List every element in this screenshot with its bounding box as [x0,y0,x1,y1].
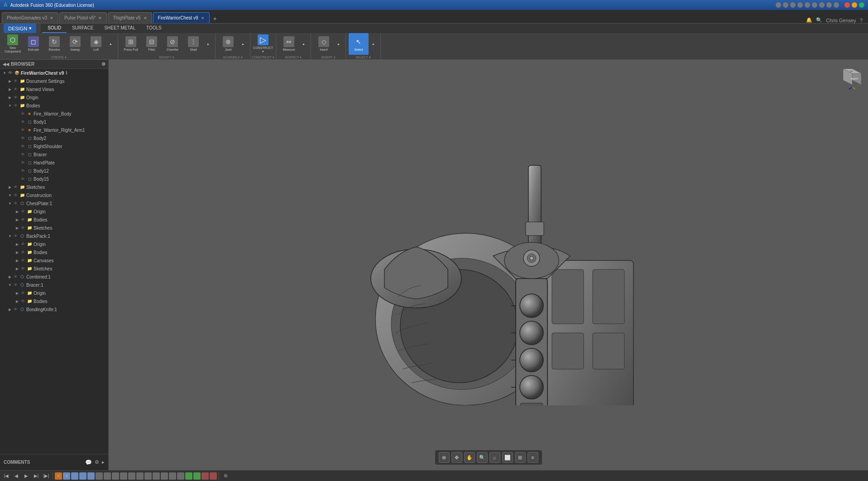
display-button[interactable]: ⬜ [502,452,513,463]
arrow-cp-sketches[interactable] [14,225,20,231]
dot-extra1[interactable] [776,2,781,8]
tree-item-construction[interactable]: 👁 📁 Construction [0,191,108,199]
timeline-item-1[interactable]: ■ [55,472,62,480]
new-component-button[interactable]: ⬡ New Component [3,33,23,55]
arrow-cp-bodies[interactable] [14,217,20,222]
timeline-next-button[interactable]: ▶| [32,471,41,481]
arrow-bp-sketches[interactable] [14,266,20,271]
tab-close-icon[interactable]: ✕ [144,16,147,20]
timeline-item-3[interactable] [71,472,78,480]
construct-button[interactable]: ▷ CONSTRUCT ▾ [253,33,273,55]
tree-item-fire-warrior-body[interactable]: 👁 ■ Fire_Warrior_Body [0,110,108,118]
maximize-button[interactable] [859,2,864,8]
viewport-orientation-cube[interactable]: RIGHT TOP [836,64,863,91]
eye-bracer-bodies[interactable]: 👁 [20,298,25,304]
browser-collapse-icon[interactable]: ◀◀ [3,62,9,67]
tab-pulse-pistol[interactable]: Pulse Pistol v5* ✕ [59,12,107,23]
more-view-button[interactable]: ≡ [528,452,538,463]
eye-construction[interactable]: 👁 [13,192,18,198]
eye-body12[interactable]: 👁 [20,168,25,173]
tree-item-combined[interactable]: 👁 ⬡ Combined:1 [0,273,108,281]
design-mode-button[interactable]: DESIGN ▾ [4,24,36,33]
eye-bracer-comp[interactable]: 👁 [13,282,18,288]
tree-item-bracer-bodies[interactable]: 👁 📁 Bodies [0,297,108,305]
dot-extra7[interactable] [819,2,825,8]
dot-extra2[interactable] [783,2,788,8]
fillet-button[interactable]: ⊟ Fillet [142,33,162,55]
tree-item-named-views[interactable]: 👁 📁 Named Views [0,85,108,93]
toolbar-tab-sheet-metal[interactable]: SHEET METAL [99,24,141,33]
eye-cp-origin[interactable]: 👁 [20,209,25,214]
add-tab-button[interactable]: + [211,14,220,23]
more-assemble-button[interactable]: ▸ [239,33,247,55]
tree-item-body1[interactable]: 👁 ◻ Body1 [0,118,108,126]
timeline-start-button[interactable]: |◀ [2,471,11,481]
tree-item-bracer-origin[interactable]: 👁 📁 Origin [0,289,108,297]
tree-item-fire-warrior-arm[interactable]: 👁 ■ Fire_Warrior_Right_Arm1 [0,126,108,134]
dot-extra9[interactable] [834,2,839,8]
arrow-bodies[interactable] [7,103,13,108]
tab-close-icon[interactable]: ✕ [201,16,205,20]
timeline-item-18[interactable] [193,472,201,480]
extrude-button[interactable]: ◻ Extrude [24,33,43,55]
tab-close-icon[interactable]: ✕ [98,16,102,20]
notification-icon[interactable]: 🔔 [806,17,812,23]
tab-firewarrior-chest[interactable]: FireWarriorChest v9 ✕ [153,12,210,23]
arrow-cp-origin[interactable] [14,209,20,214]
joint-button[interactable]: ⊕ Joint [218,33,238,55]
look-button[interactable]: ✥ [451,452,462,463]
dot-extra3[interactable] [790,2,796,8]
tree-item-handplate[interactable]: 👁 ◻ HandPlate [0,159,108,167]
more-create-button[interactable]: ▸ [107,33,115,55]
eye-origin[interactable]: 👁 [13,95,18,100]
root-info-icon[interactable]: ℹ [66,71,67,75]
eye-body1[interactable]: 👁 [20,119,25,125]
tab-thigh-plate[interactable]: ThighPlate v5 ✕ [108,12,152,23]
press-pull-button[interactable]: ⊞ Press Pull [121,33,141,55]
tree-item-chestplate-bodies[interactable]: 👁 📁 Bodies [0,216,108,224]
tree-item-bp-sketches[interactable]: 👁 📁 Sketches [0,265,108,273]
eye-bp-canvases[interactable]: 👁 [20,258,25,263]
tree-item-bracer[interactable]: 👁 ◻ Bracer [0,150,108,159]
tree-item-bodies[interactable]: 👁 📁 Bodies [0,101,108,110]
arrow-bp-bodies[interactable] [14,250,20,255]
timeline-item-10[interactable] [128,472,135,480]
timeline-item-20[interactable] [210,472,217,480]
measure-button[interactable]: ⇔ Measure [279,33,299,55]
select-button[interactable]: ↖ Select [349,33,369,55]
dot-extra4[interactable] [797,2,803,8]
eye-cp-bodies[interactable]: 👁 [20,217,25,222]
eye-bracer[interactable]: 👁 [20,152,25,157]
timeline-item-7[interactable] [104,472,111,480]
eye-sketches[interactable]: 👁 [13,184,18,190]
tree-item-bp-canvases[interactable]: 👁 📁 Canvases [0,256,108,265]
timeline-item-2[interactable]: ■ [63,472,70,480]
arrow-origin[interactable] [7,95,13,100]
tree-item-chestplate-sketches[interactable]: 👁 📁 Sketches [0,224,108,232]
tree-item-sketches[interactable]: 👁 📁 Sketches [0,183,108,191]
chamfer-button[interactable]: ⊘ Chamfer [163,33,182,55]
tree-item-body12[interactable]: 👁 ◻ Body12 [0,167,108,175]
eye-bonding-knife[interactable]: 👁 [13,307,18,312]
eye-backpack[interactable]: 👁 [13,233,18,239]
arrow-sketches[interactable] [7,184,13,190]
arrow-bracer-comp[interactable] [7,282,13,288]
viewport[interactable]: RIGHT TOP ⊕ ✥ ✋ 🔍 ⌕ ⬜ ⊞ ≡ [109,60,868,470]
tree-item-body15[interactable]: 👁 ◻ Body15 [0,175,108,183]
toolbar-tab-surface[interactable]: SURFACE [67,24,99,33]
toolbar-tab-solid[interactable]: SOLID [42,24,67,33]
arrow-bonding-knife[interactable] [7,307,13,312]
arrow-combined[interactable] [7,274,13,279]
eye-combined[interactable]: 👁 [13,274,18,279]
revolve-button[interactable]: ↻ Revolve [44,33,64,55]
arrow-chestplate[interactable] [7,201,13,206]
timeline-item-4[interactable] [79,472,86,480]
timeline-item-11[interactable] [136,472,144,480]
timeline-prev-button[interactable]: ◀ [12,471,21,481]
eye-bracer-origin[interactable]: 👁 [20,290,25,296]
timeline-play-button[interactable]: ▶ [22,471,31,481]
arrow-doc-settings[interactable] [7,78,13,84]
eye-bp-origin[interactable]: 👁 [20,241,25,247]
dot-extra5[interactable] [805,2,810,8]
eye-bodies[interactable]: 👁 [13,103,18,108]
